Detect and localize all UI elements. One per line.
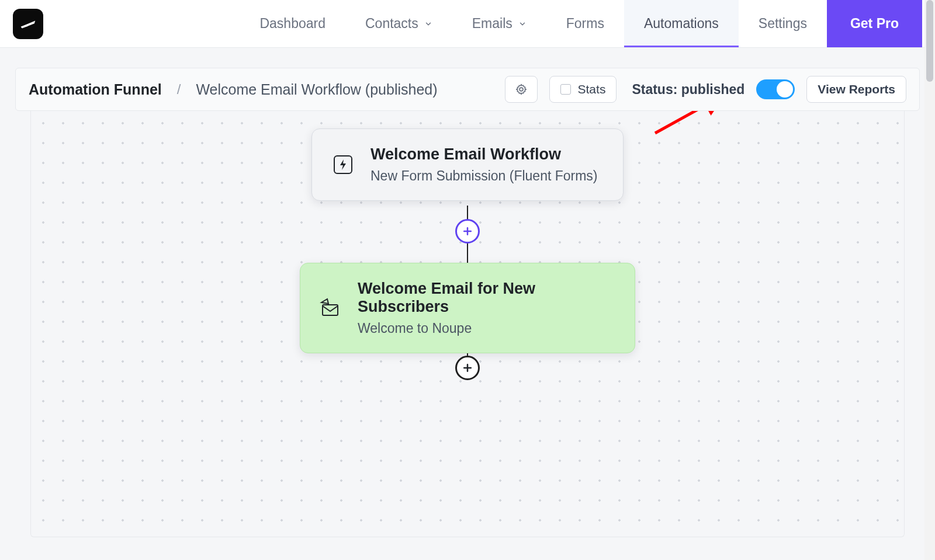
nav-item-label: Settings	[759, 16, 807, 32]
status-toggle[interactable]	[756, 79, 795, 99]
nav-item-label: Emails	[472, 16, 512, 32]
chevron-down-icon	[424, 20, 432, 28]
view-reports-button[interactable]: View Reports	[806, 76, 906, 103]
breadcrumb-title: Welcome Email Workflow (published)	[196, 81, 437, 98]
view-reports-label: View Reports	[818, 82, 895, 96]
nav-item-label: Forms	[566, 16, 604, 32]
stats-toggle-button[interactable]: Stats	[549, 76, 617, 103]
nav-settings[interactable]: Settings	[739, 0, 827, 47]
nav-item-label: Dashboard	[259, 16, 325, 32]
svg-rect-2	[323, 305, 338, 315]
gear-icon	[515, 83, 528, 96]
chevron-down-icon	[518, 20, 527, 28]
action-node[interactable]: Welcome Email for New Subscribers Welcom…	[300, 263, 635, 353]
trigger-node-subtitle: New Form Submission (Fluent Forms)	[370, 168, 598, 184]
plus-icon	[462, 362, 473, 374]
settings-button[interactable]	[505, 76, 538, 103]
vertical-scrollbar[interactable]	[924, 0, 935, 560]
add-step-end-button[interactable]	[455, 356, 480, 380]
stats-label: Stats	[578, 82, 606, 96]
send-email-icon	[319, 296, 342, 321]
trigger-node-title: Welcome Email Workflow	[370, 145, 598, 164]
funnel-toolbar: Automation Funnel / Welcome Email Workfl…	[15, 68, 920, 111]
lightning-icon	[331, 152, 355, 177]
status-label: Status: published	[632, 82, 744, 98]
breadcrumb-root[interactable]: Automation Funnel	[29, 81, 162, 98]
nav-emails[interactable]: Emails	[452, 0, 546, 47]
svg-line-3	[655, 111, 721, 133]
nav-dashboard[interactable]: Dashboard	[240, 0, 345, 47]
plus-icon	[462, 225, 473, 237]
breadcrumb-separator: /	[174, 81, 185, 98]
workflow-canvas[interactable]: Welcome Email Workflow New Form Submissi…	[30, 111, 905, 537]
nav-contacts[interactable]: Contacts	[345, 0, 452, 47]
nav-forms[interactable]: Forms	[546, 0, 624, 47]
nav-automations[interactable]: Automations	[624, 0, 739, 47]
nav-item-label: Contacts	[365, 16, 418, 32]
annotation-arrow	[650, 111, 744, 138]
action-node-subtitle: Welcome to Noupe	[358, 321, 616, 336]
app-logo[interactable]	[13, 9, 43, 39]
checkbox-icon	[560, 84, 571, 95]
top-navbar: Dashboard Contacts Emails Forms Automati…	[0, 0, 935, 48]
trigger-node[interactable]: Welcome Email Workflow New Form Submissi…	[311, 128, 624, 201]
get-pro-button[interactable]: Get Pro	[827, 0, 922, 47]
main-nav: Dashboard Contacts Emails Forms Automati…	[240, 0, 922, 47]
action-node-title: Welcome Email for New Subscribers	[358, 280, 616, 316]
logo-icon	[18, 14, 38, 34]
get-pro-label: Get Pro	[850, 16, 899, 32]
nav-item-label: Automations	[644, 16, 719, 32]
svg-point-0	[520, 88, 523, 91]
add-step-button[interactable]	[455, 219, 480, 244]
